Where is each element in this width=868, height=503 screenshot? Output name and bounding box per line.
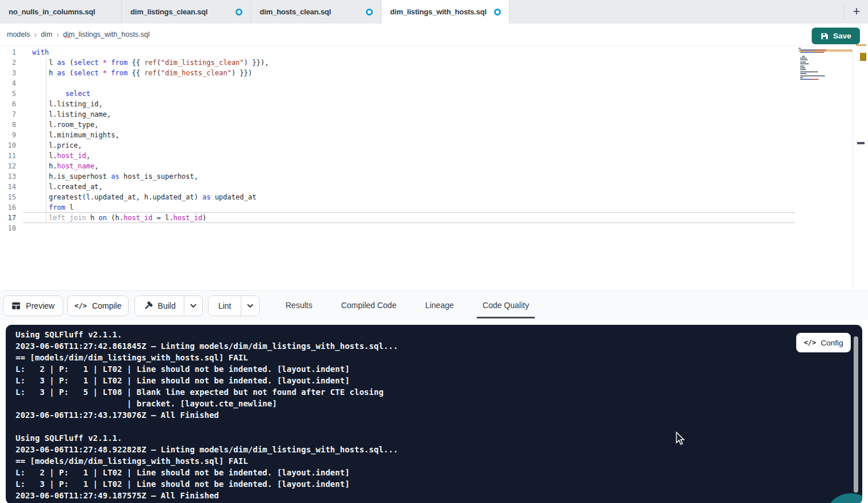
line-number: 1 (0, 47, 25, 57)
minimap-line (800, 73, 807, 74)
terminal-line: L: 3 | P: 1 | LT02 | Line should not be … (16, 478, 862, 490)
chevron-right-icon: › (56, 30, 59, 39)
minimap-line (800, 52, 824, 53)
code-line[interactable]: 8 l.room_type, (0, 120, 852, 130)
line-number: 10 (0, 140, 25, 151)
compile-label: Compile (92, 301, 121, 310)
code-line[interactable]: 9 l.minimum_nights, (0, 130, 852, 140)
unsaved-changes-dot-icon (366, 9, 373, 16)
code-text: l.listing_id, (25, 99, 103, 109)
line-number: 6 (0, 99, 25, 109)
code-line[interactable]: 1with (0, 47, 852, 57)
tab-dim_listings_with_hosts.sql[interactable]: dim_listings_with_hosts.sql (381, 0, 510, 24)
minimap-line (800, 75, 825, 76)
terminal-line: L: 3 | P: 1 | LT02 | Line should not be … (16, 375, 862, 386)
terminal-line: L: 2 | P: 1 | LT02 | Line should not be … (16, 363, 862, 375)
code-line[interactable]: 2 l as (select * from {{ ref("dim_listin… (0, 57, 852, 68)
terminal-line: | bracket. [layout.cte_newline] (16, 398, 862, 409)
compile-button[interactable]: </> Compile (67, 295, 129, 316)
terminal-line: 2023-06-06T11:27:48.922828Z – Linting mo… (16, 444, 862, 455)
code-line[interactable]: 6 l.listing_id, (0, 99, 852, 109)
preview-button[interactable]: Preview (3, 295, 63, 316)
panel-tab-compiled-code[interactable]: Compiled Code (335, 290, 403, 320)
ruler-warning-marker (860, 53, 866, 61)
minimap-line (800, 79, 819, 80)
code-text: greatest(l.updated_at, h.updated_at) as … (25, 192, 256, 202)
code-text (25, 78, 32, 89)
terminal-line (16, 421, 862, 432)
tab-no_nulls_in_columns.sql[interactable]: no_nulls_in_columns.sql (0, 0, 122, 24)
terminal-line: L: 2 | P: 1 | LT02 | Line should not be … (16, 467, 862, 478)
breadcrumb-item[interactable]: dim (41, 30, 52, 39)
code-text: h.is_superhost as host_is_superhost, (25, 171, 198, 182)
terminal-scrollbar[interactable] (854, 336, 858, 493)
chevron-right-icon: › (34, 30, 37, 39)
save-button[interactable]: Save (812, 28, 860, 44)
minimap-line (800, 66, 804, 67)
tab-label: dim_listings_with_hosts.sql (390, 7, 487, 16)
line-number: 17 (0, 213, 25, 223)
line-number: 8 (0, 120, 25, 130)
editor-right-divider (852, 46, 853, 290)
minimap-line (800, 49, 826, 51)
code-line[interactable]: 12 h.host_name, (0, 161, 852, 171)
tab-label: no_nulls_in_columns.sql (9, 7, 95, 16)
scroll-position-marker (857, 142, 865, 144)
code-line[interactable]: 3 h as (select * from {{ ref("dim_hosts_… (0, 68, 852, 78)
chevron-down-icon (247, 304, 253, 308)
save-label: Save (833, 32, 851, 40)
panel-tab-lineage[interactable]: Lineage (419, 290, 460, 320)
code-line[interactable]: 14 l.created_at, (0, 182, 852, 192)
code-text: select (25, 89, 90, 99)
code-line[interactable]: 11 l.host_id, (0, 151, 852, 161)
code-line[interactable]: 10 l.price, (0, 140, 852, 151)
code-icon: </> (804, 339, 816, 347)
build-options-button[interactable] (184, 296, 202, 316)
line-number: 12 (0, 161, 25, 171)
config-button[interactable]: </> Config (796, 333, 851, 352)
build-button[interactable]: Build (135, 296, 184, 316)
ruler-modified-marker (856, 44, 866, 46)
code-line[interactable]: 7 l.listing_name, (0, 109, 852, 120)
code-text: l as (select * from {{ ref("dim_listings… (25, 57, 269, 68)
code-text: from l (25, 202, 74, 213)
panel-tab-code-quality[interactable]: Code Quality (477, 290, 535, 320)
code-line[interactable]: 5 select (0, 89, 852, 99)
code-line[interactable]: 18 (0, 223, 852, 233)
minimap-line (800, 77, 803, 78)
minimap-line (800, 63, 808, 64)
terminal-line: L: 3 | P: 5 | LT08 | Blank line expected… (16, 386, 862, 398)
hammer-icon (144, 301, 153, 310)
lint-button[interactable]: Lint (209, 296, 241, 316)
panel-tab-results[interactable]: Results (280, 290, 318, 320)
minimap-line (800, 67, 805, 68)
lint-options-button[interactable] (241, 296, 259, 316)
code-line[interactable]: 16 from l (0, 202, 852, 213)
code-line[interactable]: 17 left join h on (h.host_id = l.host_id… (0, 213, 852, 223)
tab-dim_hosts_clean.sql[interactable]: dim_hosts_clean.sql (251, 0, 381, 24)
terminal-output: Using SQLFluff v2.1.1.2023-06-06T11:27:4… (6, 325, 862, 501)
terminal-line: Using SQLFluff v2.1.1. (16, 329, 862, 340)
code-line[interactable]: 4 (0, 78, 852, 89)
new-tab-button[interactable]: + (849, 4, 864, 19)
chevron-down-icon (190, 304, 196, 308)
minimap[interactable] (798, 47, 852, 90)
minimap-line (800, 71, 818, 72)
minimap-line (800, 62, 806, 63)
code-text: l.host_id, (25, 151, 90, 161)
breadcrumb-item[interactable]: dim_listings_with_hosts.sql (63, 30, 150, 39)
code-line[interactable]: 13 h.is_superhost as host_is_superhost, (0, 171, 852, 182)
line-number: 13 (0, 171, 25, 182)
code-editor[interactable]: 1with2 l as (select * from {{ ref("dim_l… (0, 46, 852, 290)
terminal-line: == [models/dim/dim_listings_with_hosts.s… (16, 352, 862, 363)
minimap-line (802, 56, 805, 57)
breadcrumb-item[interactable]: models (7, 30, 30, 39)
code-text: left join h on (h.host_id = l.host_id) (25, 213, 206, 223)
code-text: l.listing_name, (25, 109, 111, 120)
line-number: 7 (0, 109, 25, 120)
line-number: 16 (0, 202, 25, 213)
minimap-line (800, 57, 807, 59)
tab-dim_listings_clean.sql[interactable]: dim_listings_clean.sql (122, 0, 251, 24)
line-number: 2 (0, 57, 25, 68)
code-line[interactable]: 15 greatest(l.updated_at, h.updated_at) … (0, 192, 852, 202)
